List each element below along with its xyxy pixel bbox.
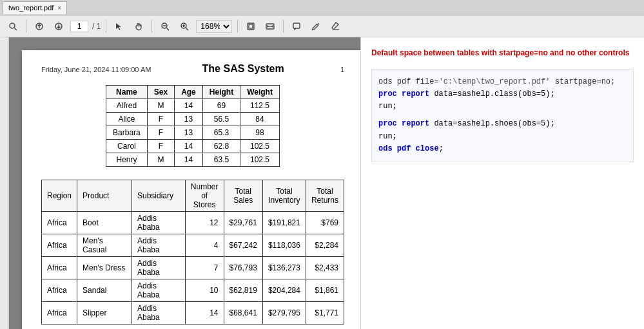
table-row: Alfred M 14 69 112.5 [106,99,280,113]
svg-rect-18 [293,23,300,28]
code-line-4: proc report data=sashelp.shoes(obs=5); [378,118,627,130]
shoes-header-stores: NumberofStores [185,180,224,212]
comment-button[interactable] [289,19,304,34]
svg-line-11 [186,28,189,30]
select-tool-button[interactable] [112,19,127,34]
separator-3 [151,20,152,33]
code-line-6: ods pdf close; [378,143,627,155]
code-line-5: run; [378,131,627,143]
shoes-header-inventory: TotalInventory [262,180,306,212]
pdf-viewer[interactable]: Friday, June 21, 2024 11:09:00 AM The SA… [9,37,360,329]
code-line-1: ods pdf file='c:\temp\two_report.pdf' st… [378,76,627,88]
eraser-button[interactable] [327,19,343,34]
page-date: Friday, June 21, 2024 11:09:00 AM [41,66,151,73]
code-block: ods pdf file='c:\temp\two_report.pdf' st… [371,69,634,162]
class-table: Name Sex Age Height Weight Alfred M 14 6… [106,85,280,167]
table-row: Africa Sandal Addis Ababa 10 $62,819 $20… [42,279,344,302]
class-header-sex: Sex [147,86,174,99]
class-header-name: Name [106,86,148,99]
search-button[interactable] [5,19,21,34]
table-row: Alice F 13 56.5 84 [106,113,280,126]
svg-line-8 [167,28,170,30]
pdf-tab[interactable]: two_report.pdf × [3,1,67,14]
svg-line-1 [15,28,17,30]
class-header-age: Age [175,86,203,99]
class-header-height: Height [202,86,240,99]
table-row: Africa Men's Dress Addis Ababa 7 $76,793… [42,257,344,279]
next-page-button[interactable] [51,19,66,34]
fit-page-button[interactable] [243,19,259,34]
prev-page-button[interactable] [32,19,47,34]
svg-marker-6 [116,23,121,30]
table-row: Africa Slipper Addis Ababa 14 $68,641 $2… [42,302,344,324]
shoes-header-sales: TotalSales [224,180,262,212]
shoes-header-subsidiary: Subsidiary [132,180,186,212]
hand-tool-button[interactable] [131,19,146,34]
svg-point-0 [10,23,15,28]
page-total: / 1 [92,22,101,31]
left-sidebar [0,37,9,329]
table-row: Africa Men's Casual Addis Ababa 4 $67,24… [42,234,344,257]
separator-5 [283,20,284,33]
pen-button[interactable] [308,19,324,34]
code-line-2: proc report data=sashelp.class(obs=5); [378,88,627,100]
separator-2 [106,20,106,33]
shoes-header-region: Region [42,180,77,212]
svg-line-19 [318,23,319,24]
zoom-select[interactable]: 168% 50% 75% 100% 125% 150% 200% [196,20,232,33]
pdf-page: Friday, June 21, 2024 11:09:00 AM The SA… [22,50,360,329]
page-number-input[interactable] [70,21,88,32]
separator-1 [26,20,26,33]
table-row: Henry M 14 63.5 102.5 [106,153,280,167]
fit-width-button[interactable] [262,19,278,34]
tab-label: two_report.pdf [8,4,54,12]
zoom-out-button[interactable] [157,19,173,34]
page-title: The SAS System [151,63,335,75]
shoes-header-product: Product [77,180,132,212]
shoes-header-returns: TotalReturns [306,180,344,212]
code-line-3: run; [378,100,627,113]
zoom-in-button[interactable] [177,19,192,34]
shoes-table: Region Product Subsidiary NumberofStores… [41,180,344,324]
table-row: Africa Boot Addis Ababa 12 $29,761 $191,… [42,212,344,234]
main-area: Friday, June 21, 2024 11:09:00 AM The SA… [0,37,644,329]
toolbar: / 1 168% 50% 75% 100% 125% 15 [0,15,644,37]
page-number: 1 [340,66,344,73]
page-header: Friday, June 21, 2024 11:09:00 AM The SA… [41,63,344,75]
svg-rect-15 [249,24,253,28]
table-row: Barbara F 13 65.3 98 [106,126,280,140]
tab-bar: two_report.pdf × [0,0,644,15]
separator-4 [237,20,238,33]
table-row: Carol F 14 62.8 102.5 [106,140,280,153]
note-text: Default space between tables with startp… [371,48,634,59]
code-panel: Default space between tables with startp… [360,37,644,329]
class-header-weight: Weight [240,86,280,99]
tab-close-button[interactable]: × [57,5,61,12]
